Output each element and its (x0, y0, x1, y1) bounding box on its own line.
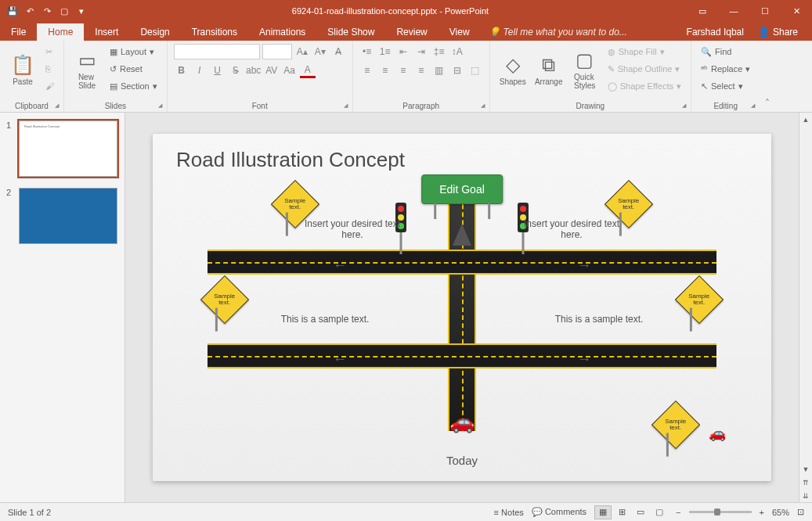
slide-counter[interactable]: Slide 1 of 2 (8, 508, 51, 517)
increase-indent-button[interactable]: ⇥ (413, 44, 429, 59)
clear-format-button[interactable]: A̶ (330, 44, 346, 59)
description-text[interactable]: Insert your desired text here. (521, 218, 623, 240)
sorter-view-button[interactable]: ⊞ (613, 505, 630, 519)
tab-view[interactable]: View (438, 23, 481, 41)
tab-home[interactable]: Home (37, 23, 84, 41)
redo-icon[interactable]: ↷ (41, 5, 53, 17)
notes-button[interactable]: ≡ Notes (494, 508, 524, 517)
collapse-ribbon-button[interactable]: ˄ (760, 41, 775, 112)
ribbon-options-icon[interactable]: ▭ (687, 0, 718, 22)
select-button[interactable]: ↖Select▾ (698, 78, 753, 94)
arrow-left-icon[interactable]: ← (333, 351, 347, 368)
grow-font-button[interactable]: A▴ (294, 44, 310, 59)
find-button[interactable]: 🔍Find (698, 44, 753, 59)
shapes-button[interactable]: ◇Shapes (496, 44, 529, 95)
change-case-button[interactable]: Aa (282, 63, 298, 78)
scroll-down-button[interactable]: ▼ (799, 462, 812, 476)
format-painter-button[interactable]: 🖌 (42, 78, 57, 94)
text-direction-button[interactable]: ↕A (449, 44, 465, 59)
arrow-left-icon[interactable]: ← (333, 257, 347, 274)
undo-icon[interactable]: ↶ (23, 5, 36, 17)
normal-view-button[interactable]: ▦ (594, 505, 612, 519)
description-text[interactable]: This is a sample text. (536, 314, 662, 325)
shadow-button[interactable]: abc (246, 63, 262, 78)
tab-file[interactable]: File (0, 23, 37, 41)
shape-outline-button[interactable]: ✎Shape Outline▾ (604, 61, 684, 77)
smartart-button[interactable]: ⬚ (467, 63, 483, 78)
layout-button[interactable]: ▦Layout▾ (106, 44, 161, 59)
font-color-button[interactable]: A (300, 63, 316, 78)
replace-button[interactable]: ᵃᵇReplace▾ (698, 61, 753, 77)
strikethrough-button[interactable]: S̶ (228, 63, 244, 78)
numbering-button[interactable]: 1≡ (377, 44, 393, 59)
italic-button[interactable]: I (192, 63, 208, 78)
reset-button[interactable]: ↺Reset (106, 61, 161, 77)
tell-me-search[interactable]: 💡 Tell me what you want to do... (481, 23, 635, 41)
next-slide-button[interactable]: ⇊ (799, 489, 812, 502)
today-label[interactable]: Today (446, 454, 478, 467)
char-spacing-button[interactable]: AV (264, 63, 280, 78)
reading-view-button[interactable]: ▭ (632, 505, 649, 519)
slide-thumbnail-1[interactable]: Road Illustration Concept (19, 120, 117, 177)
new-slide-button[interactable]: ▭ New Slide (70, 44, 103, 95)
road-horizontal-top[interactable] (208, 250, 716, 275)
bullets-button[interactable]: •≡ (359, 44, 375, 59)
arrow-right-icon[interactable]: → (577, 257, 591, 274)
fit-to-window-button[interactable]: ⊡ (797, 507, 804, 517)
close-button[interactable]: ✕ (781, 0, 812, 22)
tab-slideshow[interactable]: Slide Show (316, 23, 385, 41)
zoom-slider[interactable] (689, 511, 752, 513)
align-left-button[interactable]: ≡ (359, 63, 375, 78)
arrow-right-icon[interactable]: → (577, 351, 591, 368)
justify-button[interactable]: ≡ (413, 63, 429, 78)
goal-sign[interactable]: Edit Goal (421, 174, 503, 204)
comments-button[interactable]: 💬 Comments (532, 507, 586, 517)
save-icon[interactable]: 💾 (6, 5, 19, 17)
tab-review[interactable]: Review (385, 23, 438, 41)
zoom-in-button[interactable]: + (760, 508, 764, 517)
maximize-button[interactable]: ☐ (749, 0, 781, 22)
zoom-level[interactable]: 65% (772, 508, 789, 517)
slide-title[interactable]: Road Illustration Concept (176, 148, 405, 172)
align-text-button[interactable]: ⊟ (449, 63, 465, 78)
scroll-up-button[interactable]: ▲ (799, 113, 812, 126)
share-button[interactable]: 👤 Share (752, 23, 804, 41)
vertical-scrollbar[interactable]: ▲ ▼ ⇈ ⇊ (799, 113, 812, 502)
copy-button[interactable]: ⎘ (42, 61, 57, 77)
decrease-indent-button[interactable]: ⇤ (395, 44, 411, 59)
tab-design[interactable]: Design (129, 23, 180, 41)
section-button[interactable]: ▤Section▾ (106, 78, 161, 94)
arrow-up-icon[interactable] (453, 224, 471, 246)
slideshow-view-button[interactable]: ▢ (651, 505, 668, 519)
description-text[interactable]: This is a sample text. (262, 314, 388, 325)
diamond-sign[interactable]: Sample text. (651, 401, 700, 449)
start-slideshow-icon[interactable]: ▢ (58, 5, 70, 17)
description-text[interactable]: Insert your desired text here. (301, 218, 403, 240)
quick-styles-button[interactable]: ▢Quick Styles (568, 44, 601, 95)
car-icon[interactable]: 🚗 (449, 410, 475, 434)
qat-dropdown-icon[interactable]: ▾ (75, 5, 88, 17)
shape-effects-button[interactable]: ◯Shape Effects▾ (604, 78, 684, 94)
tab-animations[interactable]: Animations (248, 23, 316, 41)
tab-insert[interactable]: Insert (84, 23, 129, 41)
slide-editor[interactable]: Road Illustration Concept ← → ← → Edit G… (125, 113, 799, 502)
columns-button[interactable]: ▥ (431, 63, 447, 78)
slide-thumbnail-2[interactable] (19, 188, 117, 244)
arrange-button[interactable]: ⧉Arrange (532, 44, 565, 95)
user-name[interactable]: Farshad Iqbal (687, 27, 744, 38)
font-size-combo[interactable] (262, 44, 292, 59)
bold-button[interactable]: B (174, 63, 189, 78)
prev-slide-button[interactable]: ⇈ (799, 476, 812, 489)
underline-button[interactable]: U (210, 63, 226, 78)
font-name-combo[interactable] (174, 44, 260, 59)
line-spacing-button[interactable]: ‡≡ (431, 44, 447, 59)
paste-button[interactable]: 📋 Paste (6, 44, 39, 95)
shrink-font-button[interactable]: A▾ (312, 44, 328, 59)
minimize-button[interactable]: — (718, 0, 749, 22)
zoom-out-button[interactable]: − (676, 508, 680, 517)
slide-canvas[interactable]: Road Illustration Concept ← → ← → Edit G… (153, 134, 771, 481)
diamond-sign[interactable]: Sample text. (200, 275, 249, 324)
align-right-button[interactable]: ≡ (395, 63, 411, 78)
shape-fill-button[interactable]: ◍Shape Fill▾ (604, 44, 684, 59)
car-small-icon[interactable]: 🚗 (709, 425, 726, 442)
